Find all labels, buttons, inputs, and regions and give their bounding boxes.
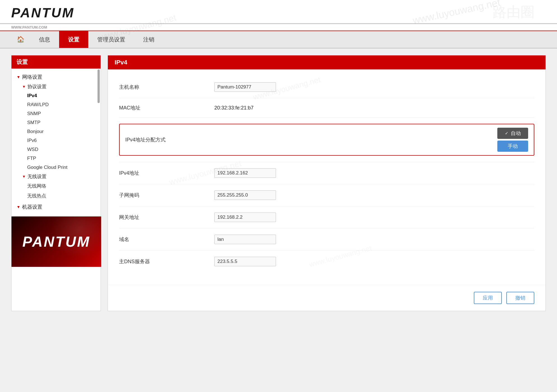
sidebar-sub-group-protocol: ▼ 协议设置 IPv4 RAW/LPD SNMP SMTP Bonjour IP… (11, 82, 101, 172)
logo: PANTUM (11, 5, 75, 20)
mac-value: 20:32:33:fe:21:b7 (214, 105, 254, 111)
dns-label: 主DNS服务器 (119, 258, 214, 265)
method-auto-button[interactable]: ✓ 自动 (497, 128, 528, 139)
form-row-subnet: 子网掩码 (119, 184, 534, 206)
subnet-input[interactable] (214, 190, 276, 200)
nav-logout[interactable]: 注销 (134, 31, 163, 48)
gateway-label: 网关地址 (119, 214, 214, 221)
sidebar-wireless-label[interactable]: ▼ 无线设置 (17, 172, 101, 181)
ipv4-addr-label: IPv4地址 (119, 170, 214, 176)
sidebar-title: 设置 (11, 55, 101, 69)
sidebar-item-ipv4[interactable]: IPv4 (17, 91, 101, 100)
bottom-banner: PANTUM (11, 216, 101, 267)
nav-home-button[interactable]: 🏠 (11, 31, 30, 48)
panel-footer: 应用 撤销 (108, 285, 546, 311)
domain-label: 域名 (119, 236, 214, 243)
sidebar: 设置 ▼ 网络设置 ▼ 协议设置 IPv4 RAW/LPD SNMP SMTP (11, 55, 101, 311)
sidebar-item-bonjour[interactable]: Bonjour (17, 127, 101, 136)
ipv4-addr-input[interactable] (214, 168, 276, 178)
main-content: 设置 ▼ 网络设置 ▼ 协议设置 IPv4 RAW/LPD SNMP SMTP (0, 48, 557, 318)
ipv4-method-label: IPv4地址分配方式 (125, 136, 492, 143)
hostname-label: 主机名称 (119, 84, 214, 90)
mac-label: MAC地址 (119, 104, 214, 111)
nav: 🏠 信息 设置 管理员设置 注销 (0, 31, 557, 48)
panel-header: IPv4 (108, 55, 546, 69)
sidebar-group-machine: ▼ 机器设置 (11, 202, 101, 212)
nav-settings[interactable]: 设置 (59, 31, 88, 48)
sidebar-group-machine-label[interactable]: ▼ 机器设置 (11, 202, 101, 212)
apply-button[interactable]: 应用 (474, 292, 502, 304)
method-box: IPv4地址分配方式 ✓ 自动 手动 (119, 124, 534, 156)
nav-info[interactable]: 信息 (30, 31, 59, 48)
network-arrow-icon: ▼ (17, 75, 20, 79)
panel: IPv4 主机名称 MAC地址 20:32:33:fe:21:b7 IPv4地址… (108, 55, 546, 311)
form-row-mac: MAC地址 20:32:33:fe:21:b7 (119, 98, 534, 118)
hostname-input[interactable] (214, 82, 276, 92)
sidebar-item-snmp[interactable]: SNMP (17, 109, 101, 118)
nav-admin[interactable]: 管理员设置 (88, 31, 134, 48)
method-manual-button[interactable]: 手动 (497, 141, 528, 152)
auto-check-icon: ✓ (505, 131, 509, 136)
sidebar-group-network: ▼ 网络设置 ▼ 协议设置 IPv4 RAW/LPD SNMP SMTP Bon… (11, 72, 101, 201)
gateway-input[interactable] (214, 213, 276, 222)
wireless-arrow-icon: ▼ (22, 174, 26, 179)
sidebar-item-google-cloud-print[interactable]: Google Cloud Print (17, 163, 101, 172)
form-row-ipv4-addr: IPv4地址 (119, 162, 534, 184)
cancel-button[interactable]: 撤销 (506, 292, 534, 304)
sidebar-item-ftp[interactable]: FTP (17, 154, 101, 163)
sidebar-sub-group-wireless: ▼ 无线设置 无线网络 无线热点 (11, 172, 101, 201)
form-row-hostname: 主机名称 (119, 76, 534, 98)
auto-label: 自动 (511, 130, 521, 137)
sidebar-item-raw-lpd[interactable]: RAW/LPD (17, 100, 101, 109)
domain-input[interactable] (214, 235, 276, 244)
form-row-ipv4-method: IPv4地址分配方式 ✓ 自动 手动 (119, 118, 534, 162)
subnet-label: 子网掩码 (119, 192, 214, 199)
sidebar-item-smtp[interactable]: SMTP (17, 118, 101, 127)
sidebar-group-network-label[interactable]: ▼ 网络设置 (11, 72, 101, 82)
panel-body: 主机名称 MAC地址 20:32:33:fe:21:b7 IPv4地址分配方式 … (108, 69, 546, 279)
form-row-dns: 主DNS服务器 (119, 251, 534, 272)
header: PANTUM www.luyouwang.net 路由圈 (0, 0, 557, 24)
sidebar-item-wireless-hotspot[interactable]: 无线热点 (17, 191, 101, 201)
sidebar-content: ▼ 网络设置 ▼ 协议设置 IPv4 RAW/LPD SNMP SMTP Bon… (11, 69, 101, 216)
form-row-domain: 域名 (119, 228, 534, 251)
subheader: WWW.PANTUM.COM (0, 24, 557, 31)
sidebar-item-wireless-network[interactable]: 无线网络 (17, 181, 101, 191)
machine-arrow-icon: ▼ (17, 205, 20, 209)
method-options: ✓ 自动 手动 (497, 128, 528, 152)
sidebar-item-ipv6[interactable]: IPv6 (17, 136, 101, 145)
site-url: WWW.PANTUM.COM (11, 25, 47, 29)
manual-label: 手动 (508, 143, 518, 150)
sidebar-item-wsd[interactable]: WSD (17, 145, 101, 154)
sidebar-protocol-label[interactable]: ▼ 协议设置 (17, 82, 101, 91)
dns-input[interactable] (214, 257, 276, 266)
protocol-arrow-icon: ▼ (22, 85, 26, 89)
form-row-gateway: 网关地址 (119, 206, 534, 228)
banner-logo: PANTUM (22, 233, 90, 250)
